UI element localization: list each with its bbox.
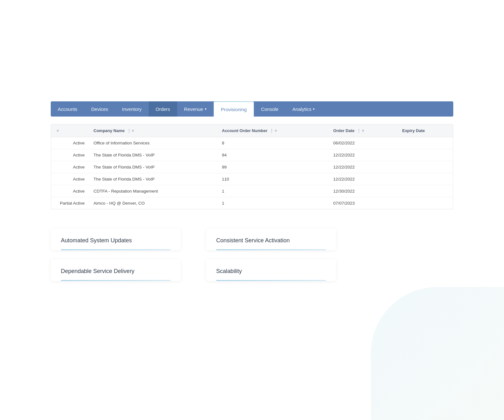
cell-company-1: The State of Florida DMS - VoIP	[89, 149, 217, 161]
nav-label-accounts: Accounts	[58, 106, 77, 112]
nav-item-orders[interactable]: Orders	[149, 101, 177, 117]
col-label-order-number: Account Order Number	[222, 128, 268, 133]
cell-expiry-date-5	[398, 197, 453, 209]
cell-order-date-4: 12/30/2022	[329, 185, 397, 197]
navigation-bar: Accounts Devices Inventory Orders Revenu…	[51, 101, 453, 117]
cell-company-3: The State of Florida DMS - VoIP	[89, 173, 217, 185]
cell-status-4: Active	[51, 185, 89, 197]
cell-order-date-1: 12/22/2022	[329, 149, 397, 161]
nav-label-analytics: Analytics	[292, 106, 311, 112]
filter-icon-status[interactable]: ▿	[57, 129, 59, 133]
table-header-row: ▿ Company Name ⋮ ▿ Account Order Number …	[51, 124, 453, 137]
cell-expiry-date-2	[398, 161, 453, 173]
feature-label-4: Scalability	[216, 268, 242, 274]
cell-status-0: Active	[51, 137, 89, 149]
nav-item-console[interactable]: Console	[254, 101, 285, 117]
cell-company-2: The State of Florida DMS - VoIP	[89, 161, 217, 173]
nav-item-provisioning[interactable]: Provisioning	[214, 101, 254, 117]
nav-label-devices: Devices	[91, 106, 108, 112]
col-icons-order-number[interactable]: ⋮ ▿	[270, 129, 276, 133]
nav-label-inventory: Inventory	[122, 106, 142, 112]
table-row[interactable]: Active The State of Florida DMS - VoIP 9…	[51, 149, 453, 161]
cell-order-date-2: 12/22/2022	[329, 161, 397, 173]
nav-item-inventory[interactable]: Inventory	[115, 101, 149, 117]
page-wrapper: Accounts Devices Inventory Orders Revenu…	[0, 0, 504, 300]
feature-card-3: Dependable Service Delivery	[51, 259, 181, 281]
nav-label-provisioning: Provisioning	[221, 107, 247, 112]
col-icons-order-date[interactable]: ⋮ ▿	[357, 129, 364, 133]
nav-item-accounts[interactable]: Accounts	[51, 101, 84, 117]
table-body: Active Office of Information Services 8 …	[51, 137, 453, 209]
analytics-dropdown-arrow: ▾	[313, 107, 315, 111]
col-icons-company[interactable]: ⋮ ▿	[127, 129, 134, 133]
table-row[interactable]: Active CDTFA - Reputation Management 1 1…	[51, 185, 453, 197]
cell-company-0: Office of Information Services	[89, 137, 217, 149]
cell-expiry-date-3	[398, 173, 453, 185]
cell-company-4: CDTFA - Reputation Management	[89, 185, 217, 197]
col-label-expiry-date: Expiry Date	[402, 128, 425, 133]
cell-order-number-5: 1	[217, 197, 329, 209]
cell-expiry-date-0	[398, 137, 453, 149]
table-row[interactable]: Active Office of Information Services 8 …	[51, 137, 453, 149]
cell-order-date-3: 12/22/2022	[329, 173, 397, 185]
col-header-expiry-date: Expiry Date	[398, 124, 453, 137]
cell-order-number-0: 8	[217, 137, 329, 149]
orders-table: ▿ Company Name ⋮ ▿ Account Order Number …	[51, 124, 453, 209]
features-section: Automated System Updates Consistent Serv…	[51, 228, 336, 281]
cell-expiry-date-4	[398, 185, 453, 197]
cell-status-3: Active	[51, 173, 89, 185]
cell-order-date-0: 06/02/2022	[329, 137, 397, 149]
cell-order-date-5: 07/07/2023	[329, 197, 397, 209]
nav-item-revenue[interactable]: Revenue ▾	[177, 101, 214, 117]
orders-table-container: ▿ Company Name ⋮ ▿ Account Order Number …	[51, 124, 453, 209]
revenue-dropdown-arrow: ▾	[205, 107, 207, 111]
nav-label-console: Console	[261, 106, 278, 112]
table-row[interactable]: Active The State of Florida DMS - VoIP 9…	[51, 161, 453, 173]
cell-order-number-2: 99	[217, 161, 329, 173]
cell-company-5: Aimco - HQ @ Denver, CO	[89, 197, 217, 209]
cell-status-5: Partial Active	[51, 197, 89, 209]
cell-order-number-3: 110	[217, 173, 329, 185]
nav-item-analytics[interactable]: Analytics ▾	[285, 101, 322, 117]
background-decoration	[371, 287, 504, 420]
feature-card-1: Automated System Updates	[51, 228, 181, 250]
table-row[interactable]: Partial Active Aimco - HQ @ Denver, CO 1…	[51, 197, 453, 209]
cell-order-number-4: 1	[217, 185, 329, 197]
feature-label-2: Consistent Service Activation	[216, 237, 290, 244]
feature-card-2: Consistent Service Activation	[206, 228, 336, 250]
cell-status-1: Active	[51, 149, 89, 161]
feature-card-4: Scalability	[206, 259, 336, 281]
cell-expiry-date-1	[398, 149, 453, 161]
nav-item-devices[interactable]: Devices	[84, 101, 115, 117]
col-header-company-name: Company Name ⋮ ▿	[89, 124, 217, 137]
cell-status-2: Active	[51, 161, 89, 173]
nav-label-orders: Orders	[156, 106, 170, 112]
col-header-status: ▿	[51, 124, 89, 137]
feature-label-1: Automated System Updates	[61, 237, 132, 244]
cell-order-number-1: 94	[217, 149, 329, 161]
col-label-company-name: Company Name	[94, 128, 125, 133]
nav-label-revenue: Revenue	[184, 106, 203, 112]
feature-label-3: Dependable Service Delivery	[61, 268, 134, 274]
col-label-order-date: Order Date	[333, 128, 354, 133]
col-header-order-number: Account Order Number ⋮ ▿	[217, 124, 329, 137]
col-header-order-date: Order Date ⋮ ▿	[329, 124, 397, 137]
table-row[interactable]: Active The State of Florida DMS - VoIP 1…	[51, 173, 453, 185]
